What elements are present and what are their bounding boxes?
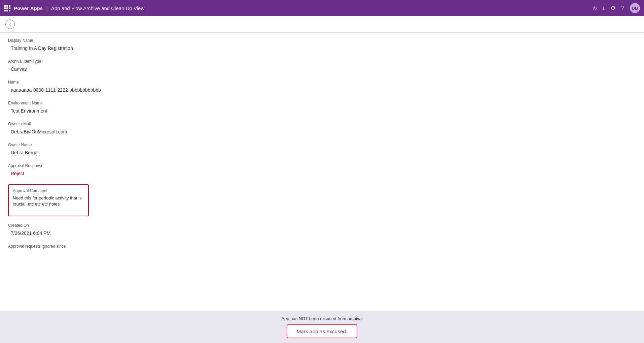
name-value: aaaaaaaa-0000-1111-2222-bbbbbbbbbbbb: [8, 86, 636, 94]
created-on-label: Created On: [8, 223, 636, 228]
nav-icons: ⎋ ↓ ⚙ ? DB: [593, 3, 640, 13]
owner-name-label: Owner Name: [8, 143, 636, 147]
created-on-field: Created On 7/26/2021 6:04 PM: [8, 223, 636, 237]
environment-name-field: Environment Name Test Environment: [8, 101, 636, 115]
approval-comment-value: Need this for periodic activity that is …: [13, 195, 84, 207]
display-name-label: Display Name: [8, 38, 636, 43]
name-field: Name aaaaaaaa-0000-1111-2222-bbbbbbbbbbb…: [8, 80, 636, 94]
title-separator: |: [46, 5, 48, 12]
environment-name-label: Environment Name: [8, 101, 636, 105]
name-label: Name: [8, 80, 636, 85]
owner-name-value: Debra Berger: [8, 149, 636, 157]
owner-email-field: Owner eMail DebraB@OnMicrosoft.com: [8, 122, 636, 136]
approval-response-label: Approval Response: [8, 163, 636, 168]
approval-requests-ignored-field: Approval requests ignored since: [8, 244, 636, 253]
created-on-value: 7/26/2021 6:04 PM: [8, 229, 636, 237]
owner-email-value: DebraB@OnMicrosoft.com: [8, 128, 636, 136]
download-icon[interactable]: ↓: [602, 5, 605, 12]
top-navbar: Power Apps | App and Flow Archive and Cl…: [0, 0, 644, 16]
owner-email-label: Owner eMail: [8, 122, 636, 126]
environment-name-value: Test Environment: [8, 107, 636, 115]
owner-name-field: Owner Name Debra Berger: [8, 143, 636, 157]
approval-requests-ignored-label: Approval requests ignored since: [8, 244, 636, 249]
approval-comment-label: Approval Comment: [13, 188, 84, 193]
app-title: Power Apps: [14, 5, 43, 11]
archival-item-type-field: Archival Item Type Canvas: [8, 59, 636, 73]
mark-excused-button[interactable]: Mark app as excused.: [287, 324, 358, 338]
settings-icon[interactable]: ⚙: [610, 4, 616, 12]
back-button[interactable]: ‹: [5, 20, 15, 29]
footer-bar: App has NOT been excused from archival M…: [0, 311, 644, 343]
approval-response-value: Reject: [8, 169, 636, 178]
help-icon[interactable]: ?: [621, 5, 624, 12]
form-area: Display Name Training In A Day Registrat…: [0, 33, 644, 311]
approval-comment-box: Approval Comment Need this for periodic …: [8, 184, 89, 216]
avatar[interactable]: DB: [630, 3, 640, 13]
archival-item-type-value: Canvas: [8, 65, 636, 73]
display-name-field: Display Name Training In A Day Registrat…: [8, 38, 636, 52]
footer-status-text: App has NOT been excused from archival: [281, 316, 362, 321]
waffle-icon[interactable]: [4, 5, 10, 11]
sub-header: ‹: [0, 16, 644, 33]
page-title: App and Flow Archive and Clean Up View: [51, 5, 144, 11]
approval-response-field: Approval Response Reject: [8, 163, 636, 178]
display-name-value: Training In A Day Registration: [8, 44, 636, 52]
archival-item-type-label: Archival Item Type: [8, 59, 636, 64]
share-icon[interactable]: ⎋: [593, 5, 597, 12]
approval-requests-ignored-value: [8, 250, 636, 253]
main-content: ‹ Display Name Training In A Day Registr…: [0, 16, 644, 343]
